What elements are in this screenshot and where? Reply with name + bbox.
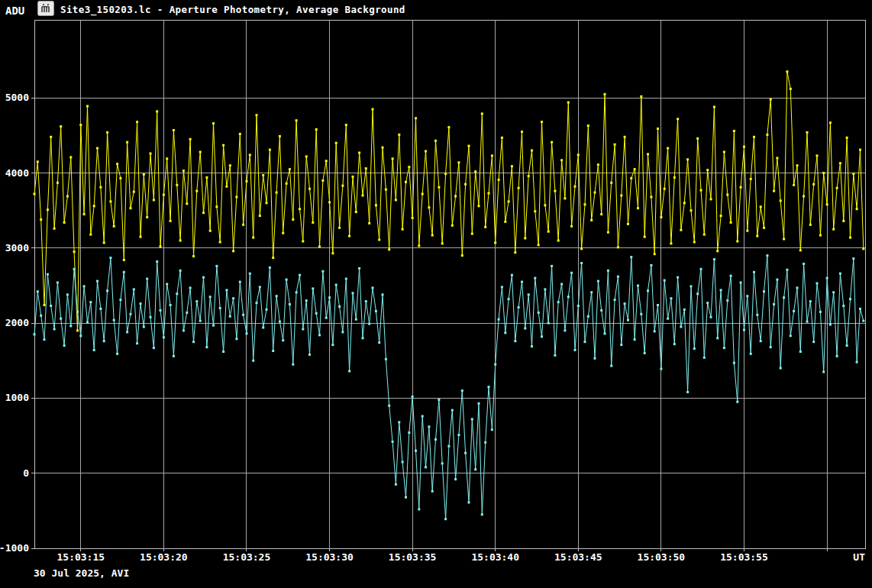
data-point [289,168,291,170]
data-point [286,183,288,185]
data-point [809,300,812,302]
data-point [620,344,622,346]
data-point [262,327,264,329]
data-point [192,255,195,257]
data-point [412,217,414,219]
data-point [79,124,82,126]
data-point [282,339,284,341]
data-point [266,202,268,204]
data-point [706,169,709,171]
light-curve-plot[interactable]: 15:03:1515:03:2015:03:2515:03:3015:03:35… [0,0,872,588]
data-point [37,160,39,163]
data-point [341,331,344,333]
data-point [60,318,62,320]
data-point [554,190,556,192]
data-point [378,341,380,344]
data-point [587,315,589,318]
data-point [163,194,165,196]
data-point [133,288,135,290]
data-point [256,302,258,304]
data-point [574,349,576,351]
data-point [242,314,244,316]
data-point [594,357,596,360]
data-point [511,165,513,167]
data-point [790,88,792,90]
data-point [796,286,799,289]
data-point [696,137,699,140]
data-point [528,175,530,177]
data-point [647,153,649,155]
data-point [457,434,460,436]
data-point [176,184,178,186]
data-point [385,189,387,191]
data-point [760,340,762,342]
data-point [673,176,676,179]
data-point [352,292,354,294]
data-point [753,271,755,273]
data-point [76,329,79,331]
data-point [474,468,476,470]
x-axis-unit-label: UT [853,551,865,563]
data-point [508,200,510,202]
data-point [103,340,105,342]
data-point [842,305,845,307]
data-point [451,225,454,227]
data-point [365,167,367,170]
data-point [494,363,496,366]
data-point [564,197,566,199]
data-point [123,259,125,261]
data-point [763,227,765,229]
data-point [34,193,36,195]
data-point [859,149,861,151]
data-point [634,168,636,170]
data-point [66,293,69,296]
data-point [686,391,689,393]
data-point [703,234,706,236]
data-point [710,198,712,200]
data-point [348,235,350,237]
data-point [494,241,496,244]
data-point [385,358,387,360]
data-point [511,274,513,276]
data-point [113,319,115,321]
data-point [382,147,384,149]
data-point [544,204,546,206]
data-point [461,389,463,392]
data-point [199,320,202,322]
data-point [215,265,218,267]
data-point [750,353,752,355]
data-point [199,151,202,153]
data-point [431,490,434,493]
data-point [266,309,268,311]
data-point [83,213,86,215]
data-point [279,321,281,323]
data-point [587,124,589,127]
data-point [398,134,400,136]
data-point [862,247,864,250]
data-point [418,508,420,510]
data-point [730,221,732,224]
data-point [136,342,138,344]
data-point [677,276,679,279]
data-point [321,270,324,273]
data-point [338,305,341,308]
data-point [345,278,347,280]
data-point [773,303,775,305]
data-point [720,289,722,291]
data-point [186,202,188,205]
data-point [186,312,188,314]
data-point [418,244,420,247]
data-point [163,336,165,338]
data-point [577,305,580,307]
data-point [746,295,748,297]
data-point [730,275,732,277]
data-point [780,367,782,370]
data-point [378,239,380,241]
data-point [182,329,185,331]
data-point [690,209,693,212]
data-point [392,441,394,443]
data-point [654,330,656,332]
data-point [793,310,795,312]
data-point [617,246,619,248]
data-point [305,299,308,302]
